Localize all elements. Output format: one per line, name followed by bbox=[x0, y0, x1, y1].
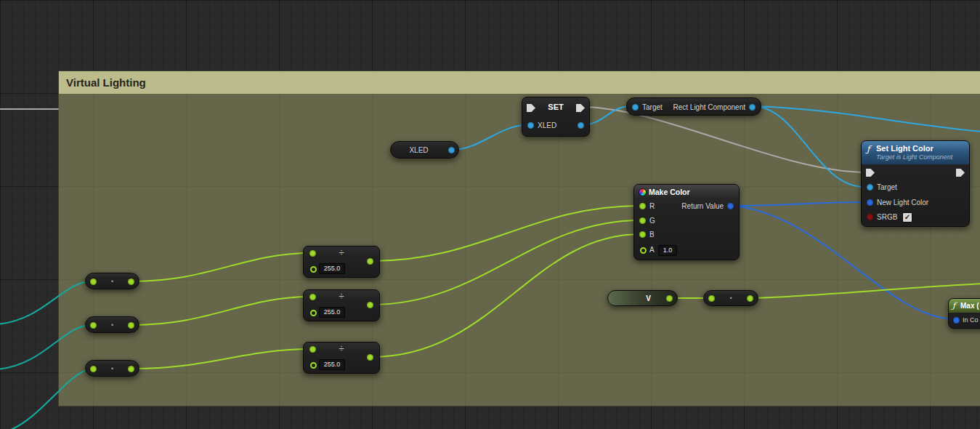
make-color-a-pin[interactable] bbox=[640, 247, 647, 254]
convert2-output-pin[interactable] bbox=[128, 322, 134, 329]
function-icon: ƒ bbox=[952, 301, 955, 310]
wire-byte-to-conv3[interactable] bbox=[6, 369, 92, 429]
wire-makecolor-to-newlightcolor[interactable] bbox=[731, 202, 864, 206]
wire-divide1-to-r[interactable] bbox=[371, 206, 641, 261]
set-xled-input-label: XLED bbox=[538, 121, 556, 129]
slc-new-light-color-label: New Light Color bbox=[877, 199, 928, 207]
make-color-r-pin[interactable] bbox=[639, 203, 646, 209]
v-getter-label: V bbox=[630, 294, 667, 302]
wire-exec-set-to-setlightcolor[interactable] bbox=[581, 107, 866, 172]
node-make-color[interactable]: Make Color R G B A 1.0 Return Value bbox=[633, 184, 740, 260]
node-set-xled[interactable]: SET XLED bbox=[522, 97, 590, 137]
make-color-g-pin[interactable] bbox=[639, 217, 646, 224]
wire-rectlight-to-slc-target[interactable] bbox=[753, 106, 864, 187]
make-color-r-label: R bbox=[649, 202, 655, 210]
node-convert-2[interactable]: • bbox=[85, 316, 139, 333]
node-convert-3[interactable]: • bbox=[85, 360, 139, 377]
set-light-color-subtitle: Target is Light Component bbox=[876, 153, 952, 161]
set-light-color-title: Set Light Color bbox=[876, 144, 934, 153]
make-color-a-value[interactable]: 1.0 bbox=[658, 245, 677, 256]
wire-byte-to-conv1[interactable] bbox=[0, 281, 92, 324]
divide1-input-a-pin[interactable] bbox=[309, 250, 316, 257]
slc-exec-in-pin[interactable] bbox=[866, 169, 875, 177]
convert1-output-pin[interactable] bbox=[128, 278, 134, 285]
wire-conv3-to-divide3[interactable] bbox=[132, 349, 311, 369]
divide3-output-pin[interactable] bbox=[367, 354, 373, 361]
node-xled-getter[interactable]: XLED bbox=[390, 141, 459, 159]
rectlight-target-label: Target bbox=[642, 103, 663, 111]
make-color-return-label: Return Value bbox=[681, 202, 724, 210]
max-title: Max ( bbox=[960, 302, 979, 310]
wire-layer bbox=[0, 0, 980, 429]
divide1-input-b-pin[interactable] bbox=[310, 266, 317, 273]
v-output-pin[interactable] bbox=[666, 295, 673, 302]
slc-srgb-label: SRGB bbox=[877, 213, 897, 221]
max-input-label: In Co bbox=[963, 316, 979, 324]
wire-conv1-to-divide1[interactable] bbox=[132, 253, 311, 281]
node-convert-4[interactable]: • bbox=[703, 290, 758, 306]
make-color-icon bbox=[639, 188, 647, 196]
slc-new-light-color-pin[interactable] bbox=[867, 199, 873, 206]
make-color-g-label: G bbox=[649, 217, 655, 225]
node-v-getter[interactable]: V bbox=[607, 290, 678, 306]
node-divide-2[interactable]: ÷ 255.0 bbox=[303, 289, 380, 321]
set-output-pin[interactable] bbox=[578, 122, 584, 129]
node-rect-light-component[interactable]: Target Rect Light Component bbox=[626, 97, 761, 116]
slc-srgb-pin[interactable] bbox=[867, 214, 873, 220]
make-color-b-pin[interactable] bbox=[639, 231, 646, 238]
wire-conv2-to-divide2[interactable] bbox=[132, 297, 311, 325]
divide1-value[interactable]: 255.0 bbox=[319, 263, 345, 274]
divide2-input-b-pin[interactable] bbox=[310, 310, 317, 316]
wire-conv4-to-offscreen[interactable] bbox=[752, 284, 980, 298]
divide2-output-pin[interactable] bbox=[367, 302, 373, 308]
divide2-value[interactable]: 255.0 bbox=[319, 307, 345, 318]
node-set-light-color[interactable]: ƒ Set Light Color Target is Light Compon… bbox=[861, 140, 970, 227]
max-input-pin[interactable] bbox=[953, 317, 960, 324]
divide3-input-b-pin[interactable] bbox=[310, 362, 317, 369]
make-color-title: Make Color bbox=[649, 188, 690, 196]
node-divide-3[interactable]: ÷ 255.0 bbox=[303, 342, 380, 374]
slc-srgb-checkbox[interactable]: ✓ bbox=[902, 212, 912, 222]
node-divide-1[interactable]: ÷ 255.0 bbox=[303, 246, 380, 278]
set-xled-input-pin[interactable] bbox=[527, 122, 534, 129]
divide3-value[interactable]: 255.0 bbox=[319, 359, 345, 370]
wire-xled-to-set[interactable] bbox=[452, 125, 527, 150]
divide1-output-pin[interactable] bbox=[367, 258, 373, 265]
node-max[interactable]: ƒ Max ( In Co bbox=[948, 298, 980, 329]
make-color-a-label: A bbox=[649, 246, 655, 254]
slc-target-label: Target bbox=[877, 183, 897, 191]
rectlight-output-pin[interactable] bbox=[749, 104, 756, 111]
xled-getter-label: XLED bbox=[391, 146, 447, 154]
wire-byte-to-conv2[interactable] bbox=[0, 325, 92, 369]
divide2-input-a-pin[interactable] bbox=[309, 294, 316, 300]
slc-exec-out-pin[interactable] bbox=[956, 169, 965, 177]
rectlight-output-label: Rect Light Component bbox=[673, 103, 745, 111]
rectlight-target-pin[interactable] bbox=[632, 104, 639, 111]
xled-output-pin[interactable] bbox=[448, 147, 455, 153]
blueprint-canvas[interactable]: Virtual Lighting XLED SET XLED bbox=[0, 0, 980, 429]
slc-target-pin[interactable] bbox=[867, 184, 873, 191]
node-convert-1[interactable]: • bbox=[85, 273, 139, 289]
make-color-b-label: B bbox=[649, 230, 655, 238]
wire-rectlight-to-offscreen[interactable] bbox=[753, 106, 980, 132]
make-color-return-pin[interactable] bbox=[727, 203, 734, 209]
function-icon: ƒ bbox=[867, 144, 870, 154]
convert3-output-pin[interactable] bbox=[128, 366, 134, 372]
wire-divide3-to-b[interactable] bbox=[371, 234, 641, 357]
divide3-input-a-pin[interactable] bbox=[309, 346, 316, 353]
convert4-output-pin[interactable] bbox=[747, 295, 753, 302]
